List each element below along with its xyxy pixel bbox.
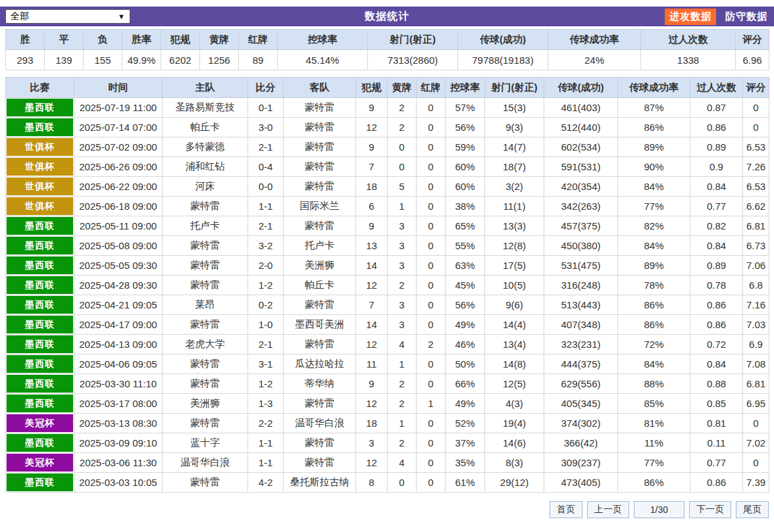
match-data-cell: 2-1 <box>248 335 284 354</box>
match-data-cell: 0.89 <box>690 137 743 157</box>
match-data-cell: 6 <box>356 197 388 216</box>
match-data-cell: 1-0 <box>248 315 284 335</box>
summary-col-header: 平 <box>45 30 84 50</box>
match-data-cell: 19(4) <box>485 414 544 433</box>
match-data-cell: 6.62 <box>743 197 769 216</box>
table-row: 墨西联2025-04-28 09:30蒙特雷1-2帕丘卡122045%10(5)… <box>6 276 769 295</box>
match-data-cell: 10(5) <box>485 276 544 295</box>
league-badge: 世俱杯 <box>7 138 73 156</box>
league-cell: 墨西联 <box>6 473 74 493</box>
matches-col-header: 传球(成功) <box>544 78 618 98</box>
matches-col-header: 射门(射正) <box>485 78 544 98</box>
match-data-cell: 2025-05-08 09:00 <box>74 236 163 256</box>
match-data-cell: 托卢卡 <box>284 236 356 256</box>
match-data-cell: 2 <box>388 374 417 394</box>
first-page-button[interactable]: 首页 <box>550 501 582 518</box>
league-cell: 美冠杯 <box>6 414 74 433</box>
summary-col-header: 评分 <box>736 30 769 50</box>
match-data-cell: 0 <box>417 236 446 256</box>
summary-header-row: 胜平负胜率犯规黄牌红牌控球率射门(射正)传球(成功)传球成功率过人次数评分 <box>6 30 769 50</box>
match-data-cell: 461(403) <box>544 98 618 118</box>
match-data-cell: 莱昂 <box>163 295 248 315</box>
prev-page-button[interactable]: 上一页 <box>587 501 629 518</box>
match-data-cell: 2025-03-09 09:10 <box>74 433 163 453</box>
matches-col-header: 黄牌 <box>388 78 417 98</box>
summary-value-cell: 1256 <box>200 50 239 70</box>
match-data-cell: 0-4 <box>248 157 284 177</box>
defense-data-button[interactable]: 防守数据 <box>724 9 769 25</box>
match-data-cell: 0 <box>417 414 446 433</box>
match-data-cell: 0.86 <box>690 295 743 315</box>
league-badge: 美冠杯 <box>7 454 73 472</box>
match-data-cell: 2 <box>388 98 417 118</box>
match-data-cell: 56% <box>446 118 485 137</box>
match-data-cell: 3-0 <box>248 118 284 137</box>
match-data-cell: 2 <box>388 118 417 137</box>
match-data-cell: 9(6) <box>485 295 544 315</box>
match-data-cell: 6.53 <box>743 177 769 197</box>
match-data-cell: 2025-05-05 09:30 <box>74 256 163 276</box>
table-row: 墨西联2025-03-09 09:10蓝十字1-1蒙特雷32037%14(6)3… <box>6 433 769 453</box>
match-data-cell: 0.9 <box>690 157 743 177</box>
summary-value-cell: 139 <box>45 50 84 70</box>
match-data-cell: 圣路易斯竞技 <box>163 98 248 118</box>
summary-value-cell: 49.9% <box>122 50 161 70</box>
table-row: 墨西联2025-03-17 08:00美洲狮1-3蒙特雷122149%4(3)4… <box>6 394 769 414</box>
match-data-cell: 9 <box>356 374 388 394</box>
matches-col-header: 时间 <box>74 78 163 98</box>
league-badge: 世俱杯 <box>7 178 73 195</box>
match-data-cell: 0 <box>417 354 446 374</box>
league-filter-select[interactable]: 全部 ▼ <box>5 9 130 24</box>
match-data-cell: 46% <box>446 335 485 354</box>
match-data-cell: 0 <box>417 137 446 157</box>
table-row: 美冠杯2025-03-06 11:30温哥华白浪1-1蒙特雷124035%8(3… <box>6 453 769 473</box>
next-page-button[interactable]: 下一页 <box>689 501 731 518</box>
match-data-cell: 0 <box>417 374 446 394</box>
match-data-cell: 2025-04-06 09:05 <box>74 354 163 374</box>
last-page-button[interactable]: 尾页 <box>736 501 769 518</box>
match-data-cell: 2025-03-30 11:10 <box>74 374 163 394</box>
match-data-cell: 88% <box>618 374 690 394</box>
match-data-cell: 37% <box>446 433 485 453</box>
summary-value-cell: 1338 <box>641 50 736 70</box>
attack-data-button[interactable]: 进攻数据 <box>665 9 716 25</box>
match-data-cell: 63% <box>446 256 485 276</box>
match-data-cell: 2025-05-11 09:00 <box>74 216 163 236</box>
match-data-cell: 帕丘卡 <box>163 118 248 137</box>
match-data-cell: 1-1 <box>248 453 284 473</box>
page-indicator[interactable]: 1/30 <box>634 501 684 518</box>
match-data-cell: 85% <box>618 394 690 414</box>
match-data-cell: 蒙特雷 <box>284 216 356 236</box>
match-data-cell: 托卢卡 <box>163 216 248 236</box>
match-data-cell: 3 <box>388 256 417 276</box>
table-row: 世俱杯2025-07-02 09:00多特蒙德2-1蒙特雷90059%14(7)… <box>6 137 769 157</box>
match-data-cell: 9 <box>356 98 388 118</box>
match-data-cell: 0.89 <box>690 256 743 276</box>
match-data-cell: 531(475) <box>544 256 618 276</box>
match-data-cell: 1 <box>417 394 446 414</box>
match-data-cell: 450(380) <box>544 236 618 256</box>
table-row: 墨西联2025-05-05 09:30蒙特雷2-0美洲狮143063%17(5)… <box>6 256 769 276</box>
summary-value-cell: 6.96 <box>736 50 769 70</box>
match-data-cell: 0.78 <box>690 276 743 295</box>
league-badge: 墨西联 <box>7 217 73 235</box>
matches-col-header: 主队 <box>163 78 248 98</box>
match-data-cell: 12(5) <box>485 374 544 394</box>
match-data-cell: 蒙特雷 <box>163 414 248 433</box>
match-data-cell: 78% <box>618 276 690 295</box>
match-data-cell: 4-2 <box>248 473 284 493</box>
match-data-cell: 60% <box>446 177 485 197</box>
match-data-cell: 1 <box>388 197 417 216</box>
league-badge: 墨西联 <box>7 335 73 353</box>
match-data-cell: 55% <box>446 236 485 256</box>
match-data-cell: 1-2 <box>248 374 284 394</box>
match-data-cell: 309(237) <box>544 453 618 473</box>
match-data-cell: 温哥华白浪 <box>163 453 248 473</box>
summary-col-header: 控球率 <box>278 30 368 50</box>
match-data-cell: 2025-04-13 09:00 <box>74 335 163 354</box>
match-data-cell: 3 <box>388 216 417 236</box>
match-data-cell: 蒙特雷 <box>163 315 248 335</box>
match-data-cell: 72% <box>618 335 690 354</box>
match-data-cell: 457(375) <box>544 216 618 236</box>
match-data-cell: 342(263) <box>544 197 618 216</box>
